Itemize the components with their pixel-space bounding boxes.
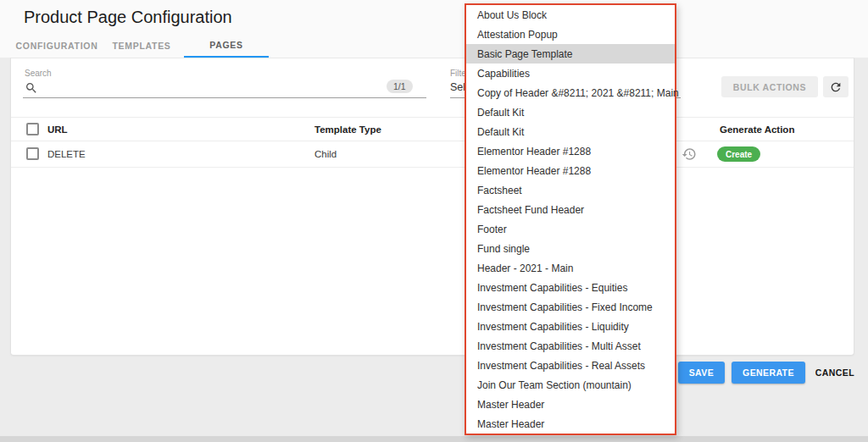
select-all-checkbox[interactable]: [26, 123, 39, 135]
dropdown-item[interactable]: Join Our Team Section (mountain): [466, 375, 675, 395]
tab-configuration[interactable]: CONFIGURATION: [14, 34, 99, 58]
window-bottom-edge: [0, 436, 868, 442]
dropdown-item[interactable]: Default Kit: [466, 122, 675, 141]
dropdown-item[interactable]: Investment Capabilities - Real Assets: [466, 356, 675, 375]
column-header-url: URL: [47, 124, 68, 135]
dropdown-item[interactable]: Elementor Header #1288: [466, 161, 675, 180]
dropdown-item[interactable]: Capabilities: [466, 64, 675, 83]
table-row: DELETE Child Create: [11, 141, 854, 168]
row-checkbox[interactable]: [26, 147, 39, 160]
dropdown-item[interactable]: Master Header: [466, 414, 675, 434]
dropdown-item[interactable]: Default Kit: [466, 102, 675, 122]
footer-actions: SAVE GENERATE CANCEL: [678, 362, 854, 384]
history-icon[interactable]: [682, 146, 697, 162]
dropdown-item[interactable]: Factsheet: [466, 180, 675, 200]
dropdown-item[interactable]: Elementor Header #1288: [466, 141, 675, 161]
tab-pages[interactable]: PAGES: [184, 34, 269, 58]
dropdown-item[interactable]: Basic Page Template: [466, 44, 675, 64]
column-header-template-type: Template Type: [314, 124, 381, 135]
dropdown-item[interactable]: Fund single: [466, 239, 675, 258]
tab-bar: CONFIGURATION TEMPLATES PAGES: [14, 34, 269, 58]
bulk-actions-button[interactable]: BULK ACTIONS: [721, 76, 818, 97]
cancel-button[interactable]: CANCEL: [815, 367, 854, 378]
dropdown-item[interactable]: Investment Capabilities - Fixed Income: [466, 297, 675, 317]
dropdown-item[interactable]: Factsheet Fund Header: [466, 200, 675, 219]
page-header: Product Page Configuration CONFIGURATION…: [0, 0, 868, 58]
page-title: Product Page Configuration: [24, 8, 232, 27]
dropdown-item[interactable]: Investment Capabilities - Liquidity: [466, 317, 675, 336]
dropdown-item[interactable]: About Us Block: [466, 5, 675, 25]
search-input[interactable]: [43, 83, 426, 95]
generate-button[interactable]: GENERATE: [732, 362, 805, 384]
create-button[interactable]: Create: [717, 146, 760, 162]
dropdown-item[interactable]: Header - 2021 - Main: [466, 258, 675, 278]
column-header-generate-action: Generate Action: [720, 124, 794, 135]
pages-panel: Search 1/1 Filter by Select BULK ACTIONS…: [10, 58, 854, 356]
refresh-button[interactable]: [823, 76, 849, 97]
dropdown-item[interactable]: Attestation Popup: [466, 25, 675, 44]
search-icon: [25, 81, 38, 95]
template-dropdown: About Us BlockAttestation PopupBasic Pag…: [465, 3, 676, 435]
dropdown-item[interactable]: Copy of Header &#8211; 2021 &#8211; Main: [466, 83, 675, 102]
tab-templates[interactable]: TEMPLATES: [99, 34, 184, 58]
dropdown-item[interactable]: Investment Capabilities - Equities: [466, 278, 675, 297]
dropdown-item[interactable]: Master Header: [466, 395, 675, 414]
dropdown-item[interactable]: Footer: [466, 219, 675, 239]
refresh-icon: [829, 80, 843, 94]
row-url-cell: DELETE: [47, 149, 86, 159]
search-field[interactable]: [23, 80, 426, 98]
row-template-type-cell: Child: [314, 149, 337, 159]
search-label: Search: [25, 69, 52, 78]
search-result-count: 1/1: [387, 80, 413, 93]
save-button[interactable]: SAVE: [678, 362, 725, 384]
dropdown-item[interactable]: Investment Capabilities - Multi Asset: [466, 336, 675, 356]
table-header-row: URL Template Type Generate Action: [11, 117, 854, 141]
